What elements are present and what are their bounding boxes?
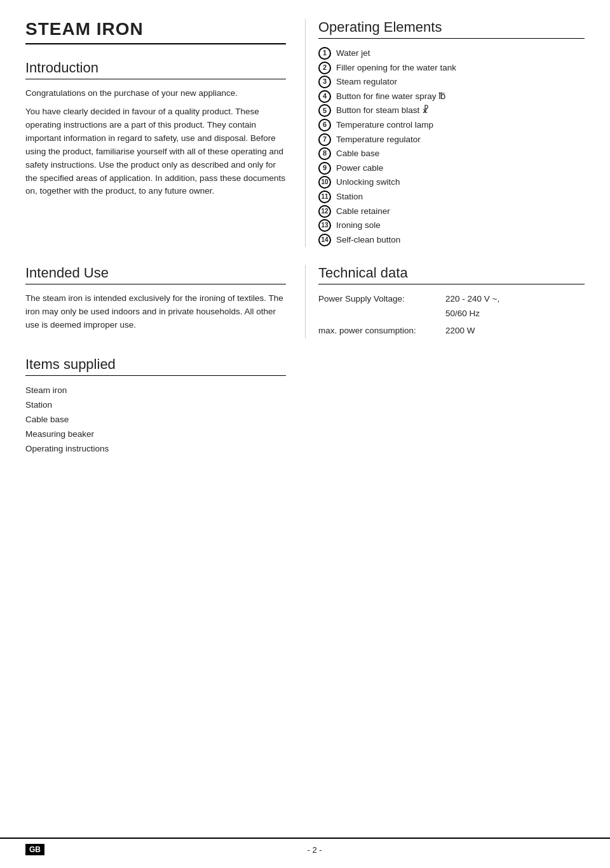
list-item: 10 Unlocking switch <box>318 175 585 189</box>
main-title: STEAM IRON <box>25 19 286 44</box>
item-number-13: 13 <box>318 219 331 232</box>
item-number-12: 12 <box>318 205 331 218</box>
tech-row-voltage: Power Supply Voltage: 220 - 240 V ~,50/6… <box>318 292 585 321</box>
page: STEAM IRON Introduction Congratulations … <box>0 0 610 868</box>
item-label-7: Temperature regulator <box>336 133 421 147</box>
top-section: STEAM IRON Introduction Congratulations … <box>25 19 585 247</box>
items-supplied-section: Items supplied Steam iron Station Cable … <box>25 356 305 457</box>
list-item: 12 Cable retainer <box>318 204 585 218</box>
item-number-14: 14 <box>318 234 331 246</box>
tech-label-power: max. power consumption: <box>318 324 445 338</box>
tech-data-table: Power Supply Voltage: 220 - 240 V ~,50/6… <box>318 292 585 338</box>
technical-data-heading: Technical data <box>318 265 585 284</box>
list-item: 11 Station <box>318 190 585 204</box>
item-label-13: Ironing sole <box>336 218 381 232</box>
item-number-9: 9 <box>318 162 331 175</box>
item-number-6: 6 <box>318 119 331 131</box>
items-supplied-heading: Items supplied <box>25 356 286 376</box>
list-item: 2 Filler opening for the water tank <box>318 61 585 75</box>
item-number-11: 11 <box>318 190 331 203</box>
list-item: Steam iron <box>25 384 286 398</box>
item-number-2: 2 <box>318 62 331 74</box>
list-item: 1 Water jet <box>318 46 585 60</box>
intended-use-text: The steam iron is intended exclusively f… <box>25 292 286 332</box>
item-number-10: 10 <box>318 176 331 189</box>
footer: GB - 2 - <box>0 838 610 855</box>
item-label-2: Filler opening for the water tank <box>336 61 456 75</box>
left-column: STEAM IRON Introduction Congratulations … <box>25 19 305 247</box>
item-number-8: 8 <box>318 147 331 160</box>
intro-heading: Introduction <box>25 60 286 79</box>
list-item: Measuring beaker <box>25 427 286 442</box>
list-item: 14 Self-clean button <box>318 233 585 247</box>
list-item: 7 Temperature regulator <box>318 133 585 147</box>
list-item: 6 Temperature control lamp <box>318 118 585 132</box>
item-label-9: Power cable <box>336 161 383 175</box>
middle-section: Intended Use The steam iron is intended … <box>25 265 585 338</box>
op-elements-heading: Operating Elements <box>318 19 585 39</box>
list-item: 4 Button for fine water spray ℔ <box>318 90 585 103</box>
item-label-8: Cable base <box>336 147 379 161</box>
item-label-11: Station <box>336 190 363 204</box>
item-label-12: Cable retainer <box>336 204 390 218</box>
intro-para-2: You have clearly decided in favour of a … <box>25 105 286 198</box>
item-number-4: 4 <box>318 90 331 103</box>
footer-country-label: GB <box>25 844 44 855</box>
tech-row-power: max. power consumption: 2200 W <box>318 324 585 338</box>
footer-page-number: - 2 - <box>44 845 585 855</box>
item-label-10: Unlocking switch <box>336 175 400 189</box>
items-supplied-list: Steam iron Station Cable base Measuring … <box>25 384 286 457</box>
list-item: Cable base <box>25 413 286 427</box>
list-item: 3 Steam regulator <box>318 75 585 89</box>
item-label-3: Steam regulator <box>336 75 397 89</box>
tech-value-voltage: 220 - 240 V ~,50/60 Hz <box>445 292 585 321</box>
tech-label-voltage: Power Supply Voltage: <box>318 292 445 307</box>
tech-value-power: 2200 W <box>445 324 585 338</box>
intended-use-heading: Intended Use <box>25 265 286 284</box>
list-item: 9 Power cable <box>318 161 585 175</box>
item-number-5: 5 <box>318 104 331 117</box>
list-item: 8 Cable base <box>318 147 585 161</box>
op-elements-list: 1 Water jet 2 Filler opening for the wat… <box>318 46 585 246</box>
list-item: Operating instructions <box>25 442 286 457</box>
right-column: Operating Elements 1 Water jet 2 Filler … <box>305 19 585 247</box>
item-number-1: 1 <box>318 47 331 60</box>
item-label-1: Water jet <box>336 46 370 60</box>
list-item: Station <box>25 398 286 413</box>
item-label-14: Self-clean button <box>336 233 400 247</box>
intended-use-section: Intended Use The steam iron is intended … <box>25 265 305 338</box>
item-label-5: Button for steam blast ☧ <box>336 103 429 117</box>
item-number-3: 3 <box>318 76 331 88</box>
intro-para-1: Congratulations on the purchase of your … <box>25 87 286 100</box>
item-number-7: 7 <box>318 133 331 146</box>
list-item: 13 Ironing sole <box>318 218 585 232</box>
list-item: 5 Button for steam blast ☧ <box>318 103 585 117</box>
intro-text: Congratulations on the purchase of your … <box>25 87 286 198</box>
item-label-6: Temperature control lamp <box>336 118 433 132</box>
item-label-4: Button for fine water spray ℔ <box>336 90 445 103</box>
technical-data-section: Technical data Power Supply Voltage: 220… <box>305 265 585 338</box>
